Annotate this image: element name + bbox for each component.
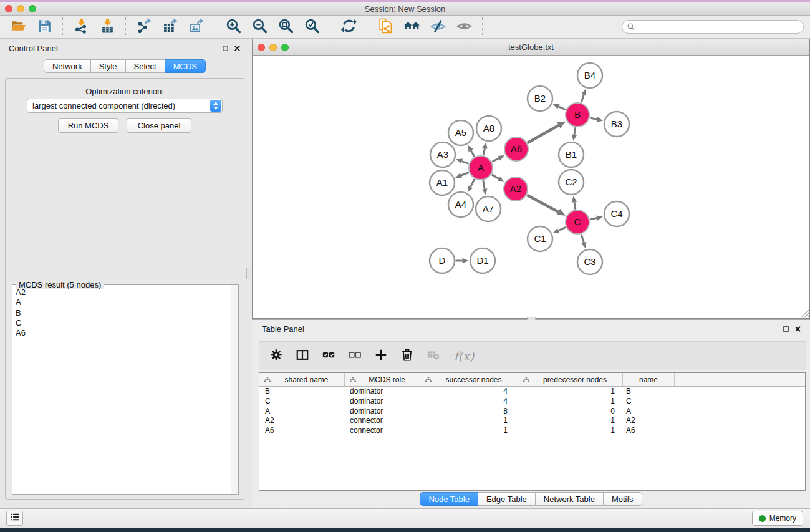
graph-node-A1[interactable]: A1 (430, 170, 455, 195)
graph-edge-A-A8[interactable] (483, 148, 485, 155)
add-row-button[interactable] (372, 347, 390, 365)
refresh-button[interactable] (337, 17, 360, 36)
table-cell[interactable]: A2 (259, 416, 344, 426)
table-cell[interactable]: A6 (259, 426, 344, 436)
graph-node-C[interactable]: C (566, 210, 589, 234)
export-table-button[interactable] (159, 17, 181, 36)
tab-edge-table[interactable]: Edge Table (478, 492, 536, 506)
table-cell[interactable]: connector (344, 426, 420, 436)
column-header-predecessor-nodes[interactable]: predecessor nodes (518, 373, 622, 386)
result-item[interactable]: B (12, 308, 231, 318)
table-cell[interactable]: connector (344, 416, 420, 426)
graph-node-C2[interactable]: C2 (559, 170, 584, 195)
import-network-button[interactable] (70, 17, 92, 36)
tab-node-table[interactable]: Node Table (420, 492, 478, 506)
column-header-MCDS-role[interactable]: MCDS role (344, 373, 420, 386)
table-cell[interactable]: B (622, 387, 674, 397)
table-cell[interactable]: B (259, 387, 344, 397)
table-cell[interactable]: dominator (344, 387, 420, 397)
graph-node-C1[interactable]: C1 (528, 226, 552, 251)
table-cell[interactable]: 4 (420, 397, 518, 407)
table-cell[interactable]: dominator (344, 397, 420, 407)
vertical-split-handle[interactable] (246, 268, 251, 279)
close-panel-button[interactable]: Close panel (127, 118, 191, 133)
column-header-name[interactable]: name (622, 373, 674, 386)
result-item[interactable]: C (12, 318, 231, 328)
graph-edge-C-C4[interactable] (590, 218, 597, 220)
zoom-selected-button[interactable] (301, 17, 323, 36)
table-row[interactable]: Cdominator41C (259, 397, 805, 407)
graph-edge-A-A5[interactable] (471, 150, 475, 157)
tab-motifs[interactable]: Motifs (603, 492, 642, 506)
graph-node-A3[interactable]: A3 (430, 142, 455, 167)
graph-node-A5[interactable]: A5 (448, 120, 473, 145)
criterion-dropdown[interactable]: largest connected component (directed) (27, 99, 223, 113)
select-all-button[interactable] (320, 347, 337, 365)
graph-edge-A-A7[interactable] (483, 180, 485, 189)
network-window-titlebar[interactable]: testGlobe.txt (253, 39, 809, 56)
graph-edge-A6-B[interactable] (528, 125, 559, 143)
table-cell[interactable]: A2 (622, 416, 674, 426)
graph-node-A7[interactable]: A7 (476, 196, 501, 221)
table-cell[interactable]: 1 (420, 426, 518, 436)
graph-edge-B-B3[interactable] (590, 118, 597, 120)
table-cell[interactable]: 8 (420, 407, 518, 417)
new-network-from-selection-button[interactable] (374, 17, 397, 36)
table-cell[interactable]: 1 (518, 416, 622, 426)
table-cell[interactable]: 4 (420, 387, 518, 397)
table-cell[interactable]: 1 (518, 387, 622, 397)
result-item[interactable]: A2 (12, 288, 231, 297)
import-table-button[interactable] (96, 17, 118, 36)
result-scrollbar[interactable] (231, 285, 238, 494)
gear-button[interactable] (268, 347, 285, 365)
table-cell[interactable]: A (622, 407, 674, 417)
table-cell[interactable]: A (259, 407, 344, 417)
column-header-successor-nodes[interactable]: successor nodes (420, 373, 518, 386)
split-columns-button[interactable] (294, 347, 311, 365)
graph-node-D[interactable]: D (430, 248, 455, 273)
graph-node-B4[interactable]: B4 (577, 63, 602, 88)
table-row[interactable]: Adominator80A (259, 407, 805, 417)
tab-network-table[interactable]: Network Table (535, 492, 604, 506)
save-session-button[interactable] (33, 17, 55, 36)
graph-edge-A-A1[interactable] (461, 172, 469, 175)
zoom-fit-button[interactable] (274, 17, 297, 36)
tab-mcds[interactable]: MCDS (165, 59, 206, 73)
table-cell[interactable]: dominator (344, 407, 420, 417)
table-row[interactable]: A2connector11A2 (259, 416, 805, 426)
hide-selected-button[interactable] (427, 17, 449, 36)
graph-node-B3[interactable]: B3 (604, 112, 629, 137)
result-item[interactable]: A (12, 297, 231, 307)
graph-edge-B-B2[interactable] (559, 107, 566, 110)
show-all-button[interactable] (453, 17, 475, 36)
export-image-button[interactable] (185, 17, 208, 36)
memory-button[interactable]: Memory (752, 511, 803, 526)
graph-node-B[interactable]: B (566, 103, 589, 127)
graph-edge-B-B4[interactable] (581, 95, 584, 102)
graph-edge-A2-C[interactable] (527, 195, 559, 212)
graph-node-A8[interactable]: A8 (476, 116, 501, 141)
graph-node-A[interactable]: A (469, 156, 493, 180)
graph-node-A4[interactable]: A4 (448, 192, 473, 217)
float-table-panel-icon[interactable] (783, 326, 789, 332)
graph-edge-C-C1[interactable] (559, 227, 566, 230)
open-file-button[interactable] (7, 17, 29, 36)
table-cell[interactable]: C (259, 397, 344, 407)
network-canvas[interactable]: AA1A2A3A4A5A6A7A8BB1B2B3B4CC1C2C3C4DD1 (253, 56, 809, 318)
run-mcds-button[interactable]: Run MCDS (58, 118, 118, 133)
close-table-panel-icon[interactable] (794, 326, 801, 332)
tab-select[interactable]: Select (125, 59, 165, 73)
close-panel-icon[interactable] (234, 45, 241, 52)
column-header-shared-name[interactable]: shared name (259, 373, 344, 386)
graph-node-C3[interactable]: C3 (577, 249, 602, 274)
window-resize-grip[interactable] (799, 307, 809, 318)
table-cell[interactable]: 1 (420, 416, 518, 426)
zoom-out-button[interactable] (248, 17, 271, 36)
table-cell[interactable]: C (622, 397, 674, 407)
table-cell[interactable]: 1 (518, 426, 622, 436)
graph-edge-A-A6[interactable] (492, 158, 499, 162)
graph-edge-A-A2[interactable] (492, 175, 499, 179)
graph-node-C4[interactable]: C4 (604, 201, 629, 226)
tab-style[interactable]: Style (90, 59, 126, 73)
delete-row-button[interactable] (398, 347, 416, 365)
